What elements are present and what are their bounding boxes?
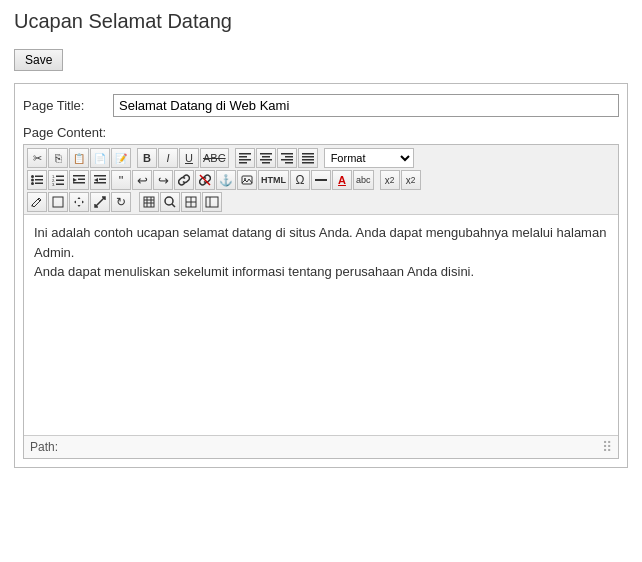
svg-rect-31 (73, 182, 85, 184)
svg-rect-21 (35, 183, 43, 185)
svg-marker-32 (94, 178, 98, 182)
svg-point-18 (31, 179, 34, 182)
blockquote-button[interactable]: " (111, 170, 131, 190)
svg-point-16 (31, 175, 34, 178)
svg-rect-10 (281, 159, 293, 161)
copy-button[interactable]: ⎘ (48, 148, 68, 168)
strikethrough-button[interactable]: ABC (200, 148, 229, 168)
hr-button[interactable] (311, 170, 331, 190)
svg-rect-55 (206, 197, 218, 207)
underline-button[interactable]: U (179, 148, 199, 168)
superscript-button[interactable]: x2 (401, 170, 421, 190)
cut-button[interactable]: ✂ (27, 148, 47, 168)
indent-button[interactable] (90, 170, 110, 190)
bold-button[interactable]: B (137, 148, 157, 168)
editor-paragraph-1: Ini adalah contoh ucapan selamat datang … (34, 223, 608, 262)
svg-rect-1 (239, 156, 247, 158)
table-cell-button[interactable] (181, 192, 201, 212)
resize-handle[interactable]: ⠿ (602, 439, 612, 455)
svg-rect-27 (56, 184, 64, 186)
editor-container: ✂ ⎘ 📋 📄 📝 B I U ABC (23, 144, 619, 459)
svg-point-20 (31, 182, 34, 185)
svg-text:3.: 3. (52, 182, 55, 186)
svg-rect-6 (260, 159, 272, 161)
subscript-button[interactable]: x2 (380, 170, 400, 190)
preview-button[interactable] (202, 192, 222, 212)
toolbar-row-3: ↻ (27, 192, 615, 212)
svg-marker-44 (82, 201, 84, 204)
svg-marker-28 (73, 178, 77, 182)
svg-rect-34 (99, 179, 106, 181)
svg-rect-29 (73, 175, 85, 177)
svg-rect-23 (56, 176, 64, 178)
page-title-label: Page Title: (23, 98, 113, 113)
svg-rect-11 (285, 162, 293, 164)
svg-rect-40 (53, 197, 63, 207)
svg-rect-37 (242, 176, 252, 184)
align-right-button[interactable] (277, 148, 297, 168)
insert-table-button[interactable] (139, 192, 159, 212)
ordered-list-button[interactable]: 1.2.3. (48, 170, 68, 190)
svg-rect-8 (281, 153, 293, 155)
img-placeholder-button[interactable] (48, 192, 68, 212)
save-button[interactable]: Save (14, 49, 63, 71)
image-button[interactable] (237, 170, 257, 190)
paste-word-button[interactable]: 📝 (111, 148, 131, 168)
svg-rect-45 (144, 197, 154, 207)
editor-paragraph-2: Anda dapat menuliskan sekelumit informas… (34, 262, 608, 282)
redo-button[interactable]: ↪ (153, 170, 173, 190)
svg-marker-43 (74, 201, 76, 204)
align-left-button[interactable] (235, 148, 255, 168)
toolbar-row-2: 1.2.3. " ↩ ↪ (27, 170, 615, 190)
form-area: Page Title: Page Content: ✂ ⎘ 📋 📄 📝 B I … (14, 83, 628, 468)
toolbar-row-1: ✂ ⎘ 📋 📄 📝 B I U ABC (27, 148, 615, 168)
edit-button[interactable] (27, 192, 47, 212)
svg-rect-0 (239, 153, 251, 155)
svg-rect-15 (302, 162, 314, 164)
page-title-input[interactable] (113, 94, 619, 117)
paste-text-button[interactable]: 📄 (90, 148, 110, 168)
svg-line-51 (172, 204, 175, 207)
path-bar: Path: ⠿ (24, 435, 618, 458)
zoom-button[interactable] (160, 192, 180, 212)
move-btn[interactable] (69, 192, 89, 212)
path-label: Path: (30, 440, 58, 454)
resize-btn[interactable] (90, 192, 110, 212)
align-justify-button[interactable] (298, 148, 318, 168)
svg-rect-9 (285, 156, 293, 158)
svg-point-50 (165, 197, 173, 205)
anchor-button[interactable]: ⚓ (216, 170, 236, 190)
font-color-button[interactable]: A (332, 170, 352, 190)
html-button[interactable]: HTML (258, 170, 289, 190)
undo-button[interactable]: ↩ (132, 170, 152, 190)
svg-rect-14 (302, 159, 314, 161)
rotate-btn[interactable]: ↻ (111, 192, 131, 212)
svg-marker-42 (78, 205, 81, 207)
editor-content-area[interactable]: Ini adalah contoh ucapan selamat datang … (24, 215, 618, 435)
page-wrapper: Ucapan Selamat Datang Save Page Title: P… (0, 0, 642, 562)
svg-rect-12 (302, 153, 314, 155)
align-center-button[interactable] (256, 148, 276, 168)
italic-button[interactable]: I (158, 148, 178, 168)
outdent-button[interactable] (69, 170, 89, 190)
paste-button[interactable]: 📋 (69, 148, 89, 168)
svg-rect-2 (239, 159, 251, 161)
special-chars-button[interactable]: Ω (290, 170, 310, 190)
format-select[interactable]: Format Paragraph Heading 1 Heading 2 Hea… (324, 148, 414, 168)
svg-rect-3 (239, 162, 247, 164)
svg-rect-33 (94, 175, 106, 177)
unlink-button[interactable] (195, 170, 215, 190)
editor-toolbar: ✂ ⎘ 📋 📄 📝 B I U ABC (24, 145, 618, 215)
unordered-list-button[interactable] (27, 170, 47, 190)
svg-rect-13 (302, 156, 314, 158)
svg-rect-30 (78, 179, 85, 181)
svg-marker-41 (78, 197, 81, 199)
spellcheck-button[interactable]: abc (353, 170, 374, 190)
svg-rect-7 (262, 162, 270, 164)
svg-rect-4 (260, 153, 272, 155)
page-heading: Ucapan Selamat Datang (14, 10, 628, 37)
svg-rect-39 (315, 179, 327, 181)
link-button[interactable] (174, 170, 194, 190)
svg-rect-17 (35, 176, 43, 178)
svg-rect-35 (94, 182, 106, 184)
